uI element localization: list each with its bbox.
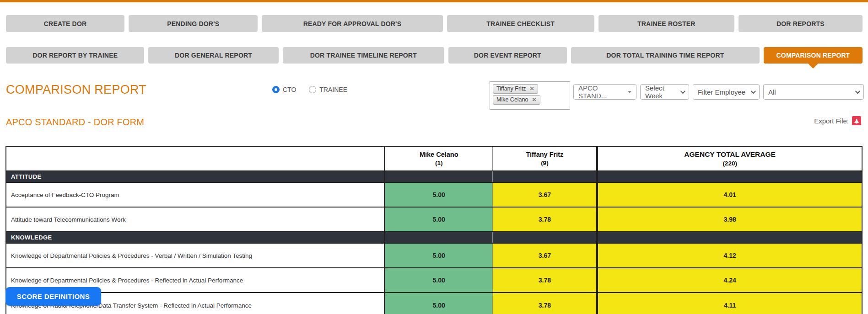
dropdown-value: APCO STAND... (578, 84, 625, 100)
dropdown-employee-filter[interactable]: Filter Employee (693, 84, 760, 100)
score-definitions-button[interactable]: SCORE DEFINITIONS (5, 287, 101, 306)
score-cell-mike-celano: 5.00 (385, 208, 493, 231)
nav-button-dor-total-training-time-report[interactable]: DOR TOTAL TRAINING TIME REPORT (571, 47, 760, 64)
nav-button-trainee-roster[interactable]: TRAINEE ROSTER (598, 15, 734, 32)
column-count: (9) (541, 160, 549, 166)
table-row: Knowledge of Departmental Policies & Pro… (6, 244, 862, 268)
nav-button-dor-reports[interactable]: DOR REPORTS (739, 15, 863, 32)
pdf-export-icon[interactable] (852, 116, 861, 125)
selected-tag-mike-celano: Mike Celano✕ (493, 95, 540, 105)
tag-remove-icon[interactable]: ✕ (530, 86, 534, 91)
active-tab-pointer-icon (808, 63, 819, 69)
section-row-knowledge: KNOWLEDGE (6, 232, 862, 244)
section-filler-cell (385, 232, 493, 243)
criterion-label-cell: Attitude toward Telecommunications Work (6, 208, 385, 231)
export-file-label: Export File: (814, 117, 849, 125)
header-cell-agency-total-average: AGENCY TOTAL AVERAGE(220) (598, 147, 862, 170)
tag-label: Tiffany Fritz (496, 85, 526, 92)
dropdown-week-select[interactable]: Select Week (640, 84, 689, 100)
radio-option-trainee[interactable]: TRAINEE (309, 86, 347, 93)
nav-button-create-dor[interactable]: CREATE DOR (6, 15, 124, 32)
chevron-down-icon (855, 89, 860, 94)
nav-button-ready-for-approval-dor-s[interactable]: READY FOR APPROVAL DOR'S (262, 15, 442, 32)
dropdown-form-select[interactable]: APCO STAND... (573, 84, 636, 100)
view-mode-radio-group: CTO TRAINEE (272, 86, 347, 93)
chevron-down-icon (628, 91, 631, 93)
section-filler-cell (385, 171, 493, 182)
nav-button-dor-trainee-timeline-report[interactable]: DOR TRAINEE TIMELINE REPORT (283, 47, 444, 64)
form-title: APCO STANDARD - DOR FORM (6, 117, 144, 128)
radio-label: CTO (283, 86, 296, 93)
radio-option-cto[interactable]: CTO (272, 86, 296, 93)
nav-button-dor-report-by-trainee[interactable]: DOR REPORT BY TRAINEE (6, 47, 144, 64)
score-cell-tiffany-fritz: 3.67 (493, 244, 598, 267)
criterion-label-cell: Knowledge of Departmental Policies & Pro… (6, 244, 385, 267)
column-name: Tiffany Fritz (526, 151, 563, 158)
selected-tag-tiffany-fritz: Tiffany Fritz✕ (493, 84, 538, 94)
section-title: ATTITUDE (6, 171, 385, 182)
nav-button-trainee-checklist[interactable]: TRAINEE CHECKLIST (447, 15, 594, 32)
column-name: AGENCY TOTAL AVERAGE (684, 150, 776, 159)
dropdown-scope-select[interactable]: All (763, 84, 864, 100)
export-file-control: Export File: (814, 116, 861, 125)
reports-nav: DOR REPORT BY TRAINEEDOR GENERAL REPORTD… (6, 47, 863, 64)
table-row: Knowledge of Departmental Policies & Pro… (6, 268, 862, 293)
column-name: Mike Celano (420, 151, 458, 158)
radio-label: TRAINEE (319, 86, 347, 93)
score-cell-mike-celano: 5.00 (385, 293, 493, 314)
header-cell-tiffany-fritz: Tiffany Fritz(9) (493, 147, 598, 170)
score-cell-agency-total-average: 3.98 (598, 208, 862, 231)
tag-label: Mike Celano (496, 96, 528, 103)
table-row: Acceptance of Feedback-CTO Program5.003.… (6, 183, 862, 208)
filter-controls: APCO STAND...Select WeekFilter EmployeeA… (573, 84, 864, 100)
page-title: COMPARISON REPORT (6, 83, 146, 97)
nav-button-dor-general-report[interactable]: DOR GENERAL REPORT (148, 47, 278, 64)
score-cell-agency-total-average: 4.01 (598, 183, 862, 207)
section-row-attitude: ATTITUDE (6, 171, 862, 183)
primary-nav: CREATE DORPENDING DOR'SREADY FOR APPROVA… (6, 15, 863, 32)
radio-selected-icon[interactable] (272, 86, 280, 93)
header-cell-category (6, 147, 385, 170)
top-accent-bar (0, 0, 868, 2)
score-cell-agency-total-average: 4.24 (598, 268, 862, 292)
nav-button-comparison-report[interactable]: COMPARISON REPORT (764, 47, 863, 64)
nav-button-pending-dor-s[interactable]: PENDING DOR'S (129, 15, 258, 32)
table-header-row: Mike Celano(1)Tiffany Fritz(9)AGENCY TOT… (6, 147, 862, 171)
score-cell-tiffany-fritz: 3.67 (493, 183, 598, 207)
score-cell-mike-celano: 5.00 (385, 244, 493, 267)
score-cell-tiffany-fritz: 3.78 (493, 268, 598, 292)
dropdown-value: All (768, 88, 776, 96)
column-count: (1) (435, 160, 443, 166)
section-filler-cell (598, 171, 862, 182)
section-filler-cell (598, 232, 862, 243)
tag-remove-icon[interactable]: ✕ (532, 97, 536, 102)
score-cell-tiffany-fritz: 3.78 (493, 293, 598, 314)
radio-unselected-icon[interactable] (309, 86, 316, 93)
comparison-table: Mike Celano(1)Tiffany Fritz(9)AGENCY TOT… (5, 146, 863, 314)
chevron-down-icon (680, 89, 685, 94)
table-row: Knowledge of Radio/Telephone/Data Transf… (6, 293, 862, 314)
score-cell-agency-total-average: 4.11 (598, 293, 862, 314)
header-cell-mike-celano: Mike Celano(1) (385, 147, 493, 170)
criterion-label-cell: Acceptance of Feedback-CTO Program (6, 183, 385, 207)
score-cell-mike-celano: 5.00 (385, 183, 493, 207)
section-filler-cell (493, 232, 598, 243)
dropdown-value: Filter Employee (698, 88, 745, 96)
score-cell-tiffany-fritz: 3.78 (493, 208, 598, 231)
dropdown-value: Select Week (645, 84, 678, 100)
section-title: KNOWLEDGE (6, 232, 385, 243)
table-row: Attitude toward Telecommunications Work5… (6, 208, 862, 232)
column-count: (220) (722, 160, 737, 167)
nav-button-dor-event-report[interactable]: DOR EVENT REPORT (448, 47, 567, 64)
section-filler-cell (493, 171, 598, 182)
score-cell-agency-total-average: 4.12 (598, 244, 862, 267)
score-cell-mike-celano: 5.00 (385, 268, 493, 292)
selected-trainees-multiselect[interactable]: Tiffany Fritz✕Mike Celano✕ (490, 81, 570, 110)
chevron-down-icon (751, 89, 756, 94)
